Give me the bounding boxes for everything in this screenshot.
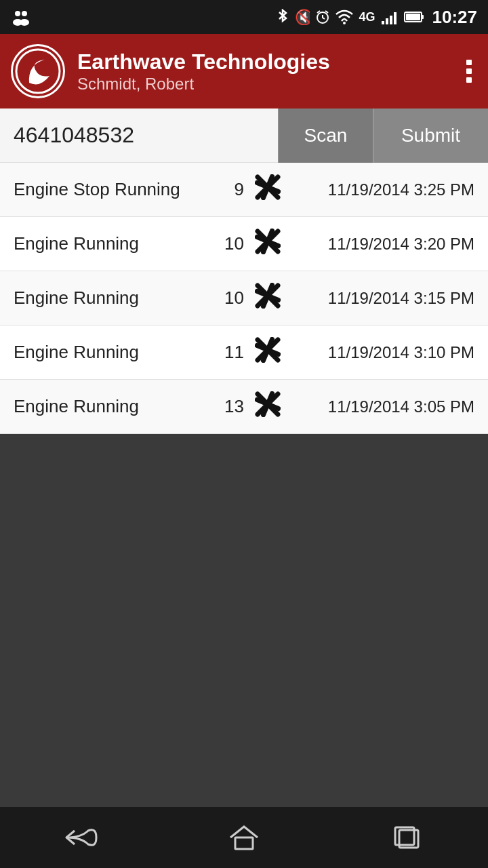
user-name: Schmidt, Robert	[77, 75, 461, 94]
table-row: Engine Running10 11/19/2014 3:15 PM	[0, 271, 488, 326]
svg-rect-12	[394, 12, 396, 24]
svg-rect-9	[382, 21, 384, 24]
row-count: 10	[210, 233, 244, 254]
row-event-name: Engine Running	[14, 342, 210, 363]
row-cross-icon	[251, 229, 285, 259]
recents-icon	[390, 824, 424, 851]
home-icon	[227, 824, 261, 851]
svg-rect-14	[422, 15, 424, 19]
row-count: 9	[210, 179, 244, 200]
svg-rect-15	[406, 14, 420, 20]
row-event-name: Engine Running	[14, 396, 210, 417]
svg-point-2	[22, 11, 27, 16]
row-datetime: 11/19/2014 3:05 PM	[285, 397, 474, 416]
recents-button[interactable]	[380, 817, 434, 858]
x-icon	[255, 229, 281, 254]
header-text: Earthwave Technologies Schmidt, Robert	[77, 49, 461, 94]
barcode-value: 4641048532	[0, 123, 278, 148]
svg-text:🔇: 🔇	[295, 9, 310, 25]
row-count: 13	[210, 396, 244, 417]
row-event-name: Engine Running	[14, 288, 210, 309]
overflow-menu-button[interactable]	[461, 54, 477, 88]
back-icon	[61, 824, 102, 851]
clock-display: 10:27	[432, 7, 478, 28]
svg-point-3	[20, 19, 29, 26]
data-list: Engine Stop Running9 11/19/2014 3:25 PME…	[0, 163, 488, 434]
alarm-icon	[315, 9, 330, 25]
menu-dot-1	[466, 60, 472, 65]
row-event-name: Engine Stop Running	[14, 179, 210, 200]
status-left-icons	[11, 7, 30, 26]
mute-icon: 🔇	[295, 9, 310, 25]
bluetooth-icon	[276, 9, 289, 25]
app-title: Earthwave Technologies	[77, 49, 461, 75]
row-cross-icon	[251, 283, 285, 313]
row-event-name: Engine Running	[14, 233, 210, 254]
row-datetime: 11/19/2014 3:15 PM	[285, 289, 474, 308]
x-icon	[255, 174, 281, 200]
scan-button[interactable]: Scan	[278, 108, 373, 163]
row-datetime: 11/19/2014 3:20 PM	[285, 235, 474, 254]
menu-dot-3	[466, 77, 472, 83]
svg-point-16	[16, 50, 60, 93]
network-type: 4G	[359, 10, 375, 24]
toolbar: 4641048532 Scan Submit	[0, 108, 488, 163]
signal-icon	[381, 9, 399, 25]
svg-rect-10	[386, 18, 388, 24]
logo-icon	[14, 47, 62, 95]
bottom-navigation	[0, 807, 488, 868]
table-row: Engine Running10 11/19/2014 3:20 PM	[0, 217, 488, 271]
row-cross-icon	[251, 337, 285, 368]
battery-icon	[404, 10, 424, 24]
svg-rect-37	[235, 837, 253, 849]
row-cross-icon	[251, 174, 285, 205]
row-datetime: 11/19/2014 3:25 PM	[285, 180, 474, 199]
row-count: 11	[210, 342, 244, 363]
back-button[interactable]	[54, 817, 108, 858]
menu-dot-2	[466, 68, 472, 74]
svg-rect-11	[390, 16, 392, 24]
status-bar: 🔇 4G 10:27	[0, 0, 488, 34]
submit-button[interactable]: Submit	[373, 108, 488, 163]
svg-point-0	[15, 11, 20, 16]
row-cross-icon	[251, 391, 285, 422]
table-row: Engine Running13 11/19/2014 3:05 PM	[0, 380, 488, 434]
x-icon	[255, 391, 281, 417]
app-logo	[11, 44, 65, 98]
x-icon	[255, 337, 281, 363]
app-header: Earthwave Technologies Schmidt, Robert	[0, 34, 488, 108]
table-row: Engine Stop Running9 11/19/2014 3:25 PM	[0, 163, 488, 217]
table-row: Engine Running11 11/19/2014 3:10 PM	[0, 326, 488, 380]
home-button[interactable]	[217, 817, 271, 858]
row-datetime: 11/19/2014 3:10 PM	[285, 343, 474, 362]
people-icon	[11, 7, 30, 26]
wifi-icon	[336, 9, 353, 25]
status-right-icons: 🔇 4G 10:27	[276, 7, 477, 28]
row-count: 10	[210, 288, 244, 309]
x-icon	[255, 283, 281, 309]
svg-point-8	[343, 22, 346, 24]
